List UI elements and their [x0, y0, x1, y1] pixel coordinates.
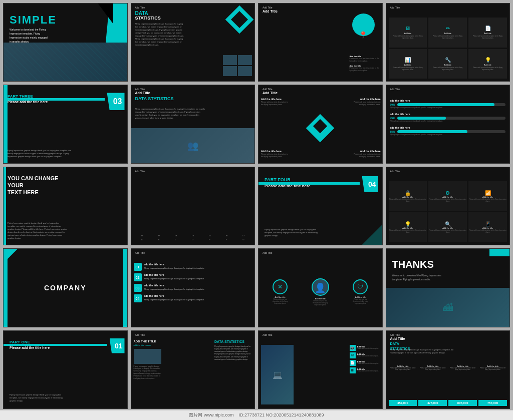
icon-item-5: 🔧 Add title Please add your text descrip…	[428, 49, 467, 79]
left-image	[134, 349, 161, 364]
icons-row: ✕ Add the title Please add your text des…	[261, 260, 380, 324]
icon-text-3: Add title Please add your text descripti…	[357, 360, 380, 365]
stat-text-2: Please add your text description to the …	[418, 367, 447, 371]
person-image: 👤	[312, 278, 329, 296]
icon-text-2: Add title Please add your text descripti…	[357, 353, 380, 357]
lock-icon: 🔒	[405, 190, 411, 196]
slide-header: Add Title	[263, 251, 272, 254]
edit-icon: ✏	[446, 26, 450, 31]
prog-pct-3: 65%	[390, 130, 395, 133]
people-image: 👥	[131, 128, 255, 163]
bar-num-3: 13	[175, 234, 177, 237]
image-grid	[223, 55, 252, 76]
subtitle: add the little header	[134, 344, 161, 346]
add-title: Add Title	[390, 337, 405, 340]
add-title: Add Title	[263, 10, 278, 13]
bar-6: 16 F	[219, 234, 233, 241]
num-1: 457,000	[389, 400, 417, 406]
icons-column: 📷 Add title Please add your text descrip…	[350, 345, 380, 404]
list-items: 01 add the title here Flying Impression …	[134, 263, 252, 324]
slide-1: SIMPLE Welcome to download the Flying Im…	[3, 3, 128, 82]
slide-header: Add Title	[390, 170, 400, 173]
icon-row-4: 🖥 Add title Please add your text descrip…	[350, 367, 380, 373]
img-3	[223, 66, 237, 76]
footer-strip: 图片网 www.nipic.com ID:27738721 NO:2020051…	[0, 410, 513, 420]
slide-2: Add Title DATA STATISTICS Flying Impress…	[131, 3, 255, 82]
text-items: Add the title Please add your text descr…	[350, 55, 380, 74]
part-label: PART THREE	[8, 94, 33, 99]
slide-header: Add Title	[390, 6, 400, 9]
icon-2: ⚙ Add the title Please add your text des…	[428, 181, 467, 211]
icon-text: Please add your text description to the …	[428, 198, 467, 202]
stat-1: Add the title Please add your text descr…	[389, 365, 417, 371]
slide-header: Add Title	[135, 170, 145, 173]
stat-text-1: Please add your text description to the …	[389, 367, 417, 371]
add-title: Add Title	[263, 91, 278, 95]
icon-text-1: Add title Please add your text descripti…	[357, 345, 380, 350]
icon-text: Please add your text description to the …	[468, 229, 507, 233]
icon-text: Please add your text description to the …	[389, 229, 427, 233]
bar-lbl-1: A	[141, 238, 143, 241]
slide-6: Add Title Add Title DATA STATISTICS Flyi…	[131, 85, 255, 163]
icon-row-3: 📄 Add title Please add your text descrip…	[350, 360, 380, 366]
item-text-3: add the title here Flying Impression gra…	[144, 284, 205, 291]
icon-text-desc-1: Please add your text description.	[357, 348, 380, 350]
slide-3: Add Title Add Title 📍 Add the title Plea…	[258, 3, 383, 82]
thanks-subtitle: Welcome to download the Flying Impressio…	[392, 274, 447, 281]
teal-top-bar	[489, 249, 509, 256]
slide-body: Flying Impression graphic design thank y…	[8, 222, 68, 240]
icon-text: Please add your text description to the …	[470, 67, 505, 71]
triangle-accent	[362, 225, 382, 245]
icon-row-1: 📷 Add title Please add your text descrip…	[350, 345, 380, 351]
icon-text: Please add your text description to the …	[428, 229, 467, 233]
slide-19: Add Title 💻 📷 Add title Please add your …	[258, 330, 383, 409]
prog-bar-fill-3	[397, 130, 468, 133]
num-2: 478,000	[418, 400, 447, 406]
slide-4: Add Title 🖥 Add title Please add your te…	[386, 3, 510, 82]
progress-area: add the title here 90% Flying Impression…	[390, 99, 506, 159]
icon-1: 🔒 Add the title Please add your text des…	[389, 181, 427, 211]
bar-2: 22 B	[152, 234, 166, 241]
slide-body: Flying Impression graphic design thank y…	[135, 23, 185, 47]
number-badge: 01	[110, 338, 125, 353]
slide-7: Add Title Add Title Add the title here P…	[258, 85, 383, 163]
number-badge: 04	[362, 176, 378, 192]
items-row: Add the title Please add your text descr…	[389, 365, 507, 371]
ds-title-line2: STATISTICS	[135, 16, 161, 21]
icon-wrap-1: ✕ Add the title Please add your text des…	[270, 279, 290, 304]
watermark-site: 图片网 www.nipic.com	[189, 412, 233, 417]
slide-header: Add Title	[135, 88, 145, 91]
thanks-image: 🏙	[386, 288, 510, 327]
slide-14: Add Title 01 add the title here Flying I…	[131, 248, 255, 327]
add-title: ADD THE TITLE	[134, 340, 161, 343]
prog-text-3: Flying Impression graphic design thank y…	[390, 134, 506, 136]
big-text: YOU CAN CHANGE YOUR TEXT HERE	[8, 175, 58, 196]
black-triangle	[98, 4, 113, 24]
bar-5: 15 E	[203, 234, 217, 241]
slide-20: Add Title Add Title DATA STATISTICS Flyi…	[386, 330, 510, 409]
icon-label: Add title	[404, 64, 411, 66]
icon-text: Please add your text description to the …	[430, 67, 465, 71]
icon-text: Please add your text description to the …	[390, 35, 426, 39]
slide-header: Add Title	[135, 251, 145, 254]
slide-16: THANKS Welcome to download the Flying Im…	[386, 248, 510, 327]
slide-15: Add Title ✕ Add the title Please add you…	[258, 248, 383, 327]
icon-label: Add title	[444, 64, 451, 66]
number-text: 01	[115, 342, 123, 350]
teal-left-bar	[4, 167, 6, 245]
num-val-1: 457,000	[390, 401, 416, 404]
icon-text-4: Add title Please add your text descripti…	[357, 368, 380, 372]
wrench-icon: ✕	[273, 279, 288, 294]
monitor-icon: 🖥	[405, 26, 410, 31]
item-text-1: add the title here Flying Impression gra…	[144, 263, 205, 270]
icon-label: Add title	[444, 32, 451, 35]
big-text-line2: YOUR	[8, 182, 58, 189]
teal-left-bar	[4, 249, 8, 326]
bar-3: 13 C	[169, 234, 183, 241]
num-4: 757,000	[478, 400, 507, 406]
bar-lbl-4: D	[192, 238, 193, 241]
doc-icon: 📄	[350, 360, 356, 366]
slide-13: COMPANY	[3, 248, 128, 327]
prog-bar-bg-3	[397, 130, 505, 133]
slide-header: Add Title	[135, 6, 145, 9]
